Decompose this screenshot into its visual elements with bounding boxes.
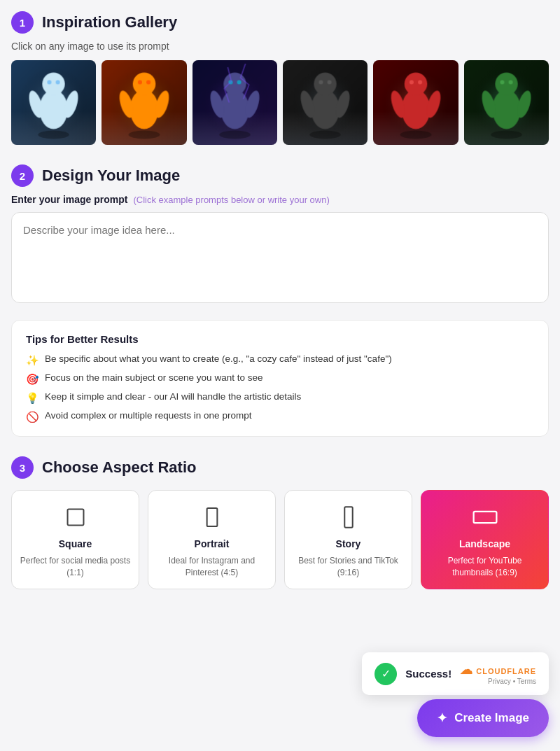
cloudflare-links: Privacy • Terms <box>488 678 536 685</box>
ratio-story-desc: Best for Stories and TikTok (9:16) <box>292 555 405 579</box>
section2-header: 2 Design Your Image <box>11 164 549 187</box>
gallery-canvas-1 <box>11 60 96 145</box>
tip1-text: Be specific about what you want to creat… <box>45 353 392 364</box>
step3-badge: 3 <box>11 456 34 479</box>
prompt-textarea[interactable] <box>11 212 549 303</box>
prompt-label-row: Enter your image prompt (Click example p… <box>11 194 549 205</box>
ratio-landscape[interactable]: Landscape Perfect for YouTube thumbnails… <box>421 490 549 589</box>
gallery-canvas-5 <box>373 60 458 145</box>
tip1-emoji: ✨ <box>26 354 39 367</box>
ratio-portrait-name: Portrait <box>195 538 230 549</box>
tips-title: Tips for Better Results <box>26 333 534 345</box>
tip3-emoji: 💡 <box>26 392 39 405</box>
step1-badge: 1 <box>11 11 34 34</box>
tip-item-3: 💡 Keep it simple and clear - our AI will… <box>26 391 534 405</box>
svg-rect-1 <box>206 508 217 526</box>
tip2-emoji: 🎯 <box>26 373 39 386</box>
gallery-item-6[interactable] <box>464 60 549 145</box>
landscape-icon <box>470 502 500 533</box>
gallery-canvas-2 <box>102 60 186 145</box>
gallery-item-1[interactable] <box>11 60 96 145</box>
prompt-hint: (Click example prompts below or write yo… <box>133 195 329 205</box>
ratio-square-desc: Perfect for social media posts (1:1) <box>19 555 132 579</box>
story-icon <box>333 502 364 533</box>
create-image-button[interactable]: ✦ Create Image <box>417 699 549 737</box>
cloudflare-badge: ☁ CLOUDFLARE Privacy • Terms <box>460 662 536 685</box>
gallery-canvas-4 <box>283 60 368 145</box>
gallery-item-2[interactable] <box>102 60 186 145</box>
cloudflare-logo: ☁ CLOUDFLARE <box>460 662 536 678</box>
section3-header: 3 Choose Aspect Ratio <box>11 456 549 479</box>
prompt-label: Enter your image prompt <box>11 194 127 205</box>
ratio-portrait[interactable]: Portrait Ideal for Instagram and Pintere… <box>148 490 276 589</box>
gallery-canvas-6 <box>464 60 549 145</box>
tip-item-2: 🎯 Focus on the main subject or scene you… <box>26 372 534 386</box>
ratio-story-name: Story <box>336 538 361 549</box>
ratio-portrait-desc: Ideal for Instagram and Pinterest (4:5) <box>155 555 268 579</box>
ratio-story[interactable]: Story Best for Stories and TikTok (9:16) <box>284 490 412 589</box>
section-ratio: 3 Choose Aspect Ratio Square Perfect for… <box>11 456 549 589</box>
gallery-canvas-3 <box>192 60 277 145</box>
section-design: 2 Design Your Image Enter your image pro… <box>11 164 549 306</box>
square-icon <box>60 502 91 533</box>
success-notification: ✓ Success! ☁ CLOUDFLARE Privacy • Terms <box>362 652 549 695</box>
success-text: Success! <box>405 668 451 680</box>
gallery-item-4[interactable] <box>283 60 368 145</box>
section3-title: Choose Aspect Ratio <box>42 458 196 477</box>
gallery-item-5[interactable] <box>373 60 458 145</box>
gallery-grid <box>11 60 549 145</box>
ratio-square-name: Square <box>59 538 92 549</box>
tip3-text: Keep it simple and clear - our AI will h… <box>45 391 301 402</box>
tip4-text: Avoid complex or multiple requests in on… <box>45 410 251 421</box>
tip4-emoji: 🚫 <box>26 411 39 423</box>
ratio-grid: Square Perfect for social media posts (1… <box>11 490 549 589</box>
tip-item-1: ✨ Be specific about what you want to cre… <box>26 353 534 367</box>
step2-badge: 2 <box>11 164 34 187</box>
section2-title: Design Your Image <box>42 167 180 185</box>
success-checkmark-icon: ✓ <box>374 663 397 685</box>
gallery-item-3[interactable] <box>192 60 277 145</box>
tip2-text: Focus on the main subject or scene you w… <box>45 372 262 383</box>
create-image-label: Create Image <box>454 711 529 725</box>
ratio-square[interactable]: Square Perfect for social media posts (1… <box>11 490 139 589</box>
portrait-icon <box>197 502 227 533</box>
gallery-subtitle: Click on any image to use its prompt <box>11 41 549 52</box>
create-image-icon: ✦ <box>437 710 447 726</box>
tip-item-4: 🚫 Avoid complex or multiple requests in … <box>26 410 534 423</box>
svg-rect-3 <box>473 512 496 523</box>
ratio-landscape-name: Landscape <box>459 538 510 549</box>
section1-header: 1 Inspiration Gallery <box>11 11 549 34</box>
svg-rect-2 <box>344 507 352 528</box>
ratio-landscape-desc: Perfect for YouTube thumbnails (16:9) <box>428 555 541 579</box>
section-gallery: 1 Inspiration Gallery Click on any image… <box>11 11 549 145</box>
tips-box: Tips for Better Results ✨ Be specific ab… <box>11 320 549 437</box>
section1-title: Inspiration Gallery <box>42 13 177 31</box>
svg-rect-0 <box>67 510 83 526</box>
